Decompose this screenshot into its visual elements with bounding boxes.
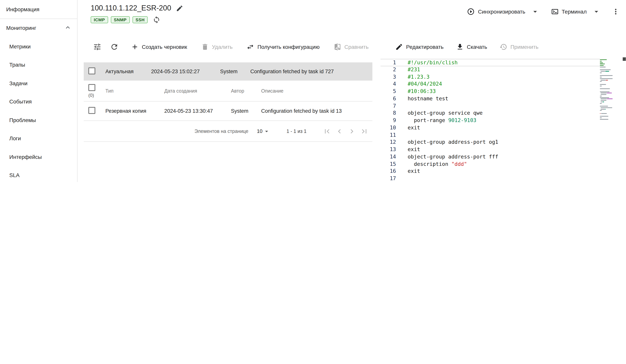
synchronize-button[interactable]: Синхронизировать xyxy=(467,8,525,15)
prev-page-button[interactable] xyxy=(335,127,344,135)
code-text xyxy=(398,103,408,110)
line-number: 4 xyxy=(381,81,398,88)
last-page-button[interactable] xyxy=(360,127,368,135)
code-lines: 1#!/usr/bin/clish2#2313#1.23.34#04/04/20… xyxy=(381,59,626,182)
line-number: 7 xyxy=(381,103,398,110)
code-text xyxy=(398,175,408,182)
code-line[interactable]: 14object-group address-port fff xyxy=(381,153,600,161)
sidebar: Информация Мониторинг МетрикиТрапыЗадачи… xyxy=(0,0,78,182)
per-page-select[interactable]: 10 xyxy=(257,128,270,135)
refresh-status-icon[interactable] xyxy=(153,16,160,24)
line-number: 14 xyxy=(381,153,398,161)
editor-minimap[interactable] xyxy=(600,59,622,120)
line-number: 15 xyxy=(381,161,398,168)
current-description: Configuration fetched by task id 727 xyxy=(250,69,368,74)
sidebar-item-label: Информация xyxy=(6,6,39,12)
sidebar-subitem-label: SLA xyxy=(9,172,20,179)
sidebar-subitem[interactable]: Трапы xyxy=(0,56,77,74)
sidebar-subitem-label: Логи xyxy=(9,135,21,142)
selected-count: (0) xyxy=(88,92,94,98)
code-line[interactable]: 13exit xyxy=(381,146,600,153)
fetch-configuration-button[interactable]: Получить конфигурацию xyxy=(247,43,320,51)
refresh-list-button[interactable] xyxy=(110,43,118,51)
apply-configuration-button[interactable]: Применить xyxy=(500,43,538,51)
compare-icon xyxy=(334,43,341,51)
code-line[interactable]: 3#1.23.3 xyxy=(381,73,600,81)
code-text: object-group address-port fff xyxy=(398,153,498,161)
first-page-button[interactable] xyxy=(323,127,331,135)
row-checkbox[interactable] xyxy=(88,68,95,74)
column-header-created: Дата создания xyxy=(164,88,231,94)
code-line[interactable]: 5#10:06:33 xyxy=(381,88,600,95)
code-line[interactable]: 8object-group service qwe xyxy=(381,110,600,117)
code-text: hostname test xyxy=(398,95,448,103)
code-line[interactable]: 16exit xyxy=(381,168,600,175)
sidebar-subitem-label: Проблемы xyxy=(9,117,36,123)
code-line[interactable]: 11 xyxy=(381,132,600,139)
sidebar-monitoring-group: МетрикиТрапыЗадачиСобытияПроблемыЛогиИнт… xyxy=(0,37,77,182)
edit-title-icon[interactable] xyxy=(176,4,183,12)
main-area: 100.110.1.122_ESR-200 ICMPSNMPSSH xyxy=(78,0,626,182)
download-configuration-button[interactable]: Скачать xyxy=(456,43,487,51)
synchronize-dropdown-button[interactable] xyxy=(529,7,541,16)
code-text: port-range 9012-9103 xyxy=(398,117,476,124)
code-line[interactable]: 17 xyxy=(381,175,600,182)
sidebar-subitem[interactable]: События xyxy=(0,92,77,111)
edit-configuration-button[interactable]: Редактировать xyxy=(395,43,443,51)
sidebar-item-label: Мониторинг xyxy=(6,25,36,31)
sidebar-item-monitoring[interactable]: Мониторинг xyxy=(0,19,77,37)
pencil-icon xyxy=(395,43,403,51)
per-page-value: 10 xyxy=(257,128,263,134)
app-root: Информация Мониторинг МетрикиТрапыЗадачи… xyxy=(0,0,626,182)
code-text: exit xyxy=(398,168,420,175)
code-line[interactable]: 4#04/04/2024 xyxy=(381,81,600,88)
sidebar-subitem[interactable]: Проблемы xyxy=(0,111,77,129)
code-text: #!/usr/bin/clish xyxy=(398,59,458,66)
code-line[interactable]: 6hostname test xyxy=(381,95,600,103)
filter-button[interactable] xyxy=(93,43,102,51)
delete-button[interactable]: Удалить xyxy=(201,43,233,51)
tune-icon xyxy=(93,43,102,51)
code-line[interactable]: 2#231 xyxy=(381,66,600,73)
sidebar-subitem[interactable]: SLA xyxy=(0,166,77,182)
row-checkbox[interactable] xyxy=(88,107,95,114)
column-header-type: Тип xyxy=(105,88,164,94)
sidebar-item-information[interactable]: Информация xyxy=(0,0,77,18)
sidebar-subitem[interactable]: Задачи xyxy=(0,74,77,92)
terminal-icon xyxy=(551,8,559,15)
configuration-view-panel: Редактировать Скачать Применить xyxy=(381,38,626,182)
code-line[interactable]: 15 description "ddd" xyxy=(381,161,600,168)
code-text: object-group service qwe xyxy=(398,110,483,117)
select-all-checkbox[interactable] xyxy=(88,84,95,91)
table-row[interactable]: Резервная копия2024-05-23 13:30:47System… xyxy=(84,102,372,121)
terminal-button[interactable]: Терминал xyxy=(551,8,587,15)
code-text: #04/04/2024 xyxy=(398,81,442,88)
sidebar-subitem[interactable]: Логи xyxy=(0,129,77,148)
next-page-button[interactable] xyxy=(348,127,356,135)
code-line[interactable]: 10exit xyxy=(381,124,600,132)
scrollbar-thumb[interactable] xyxy=(623,57,626,61)
editor-scrollbar[interactable] xyxy=(622,55,626,182)
more-menu-button[interactable] xyxy=(612,7,620,16)
code-line[interactable]: 7 xyxy=(381,103,600,110)
synchronize-label: Синхронизировать xyxy=(478,8,525,15)
compare-button[interactable]: Сравнить xyxy=(334,43,369,51)
current-configuration-row[interactable]: Актуальная 2024-05-23 15:02:27 System Co… xyxy=(84,62,372,81)
terminal-dropdown-button[interactable] xyxy=(590,7,602,16)
configuration-editor[interactable]: 1#!/usr/bin/clish2#2313#1.23.34#04/04/20… xyxy=(381,55,626,182)
code-line[interactable]: 9 port-range 9012-9103 xyxy=(381,117,600,124)
sidebar-subitem[interactable]: Интерфейсы xyxy=(0,148,77,166)
configurations-toolbar: Создать черновик Удалить П xyxy=(84,38,372,55)
table-cell: System xyxy=(231,108,261,114)
protocol-badge: SSH xyxy=(132,16,148,23)
create-draft-button[interactable]: Создать черновик xyxy=(131,43,187,51)
refresh-icon xyxy=(110,43,118,51)
line-number: 3 xyxy=(381,73,398,81)
page-header: 100.110.1.122_ESR-200 ICMPSNMPSSH xyxy=(78,0,626,38)
play-circle-icon xyxy=(467,8,475,15)
sidebar-subitem[interactable]: Метрики xyxy=(0,37,77,56)
header-actions: Синхронизировать Терминал xyxy=(467,7,620,16)
code-line[interactable]: 1#!/usr/bin/clish xyxy=(381,59,600,66)
code-line[interactable]: 12object-group address-port og1 xyxy=(381,139,600,146)
current-author: System xyxy=(220,69,250,74)
